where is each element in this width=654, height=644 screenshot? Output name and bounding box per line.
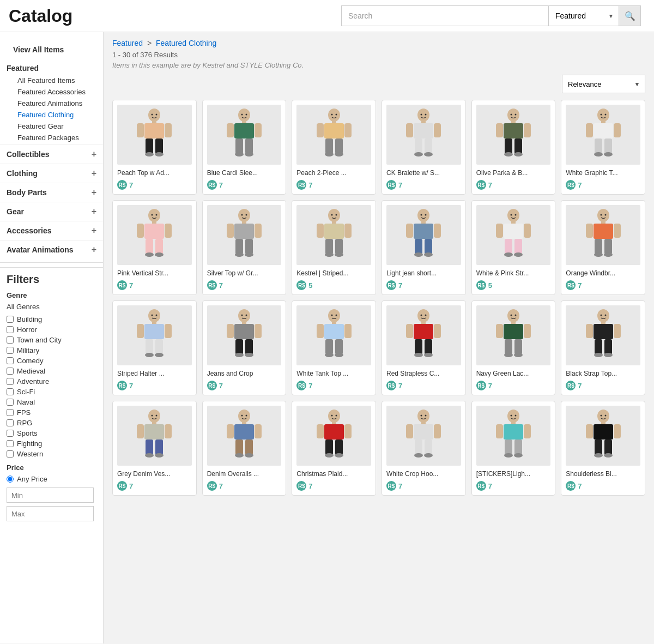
svg-point-11 — [238, 109, 250, 122]
search-button[interactable]: 🔍 — [619, 5, 641, 26]
price-max-input[interactable] — [7, 506, 94, 521]
item-card[interactable]: Blue Cardi Slee... R$ 7 — [202, 100, 287, 195]
genre-comedy: Comedy — [0, 356, 103, 366]
svg-point-21 — [245, 152, 253, 157]
svg-point-154 — [328, 309, 340, 322]
sidebar-category-clothing[interactable]: Clothing + — [0, 164, 103, 183]
item-card[interactable]: Black Strap Top... R$ 7 — [561, 300, 645, 395]
item-card[interactable]: White & Pink Str... R$ 5 — [471, 200, 556, 295]
genre-sports: Sports — [0, 428, 103, 438]
svg-rect-245 — [511, 422, 516, 424]
robux-icon: R$ — [386, 280, 396, 290]
sidebar-item-all-featured[interactable]: All Featured Items — [7, 75, 96, 86]
item-card[interactable]: Shoulderless Bl... R$ 7 — [561, 401, 645, 496]
item-name: Light jean short... — [386, 269, 461, 277]
item-image — [476, 305, 551, 365]
sidebar-item-featured-clothing[interactable]: Featured Clothing — [7, 109, 96, 121]
sidebar-category-collectibles[interactable]: Collectibles + — [0, 145, 103, 164]
svg-rect-18 — [235, 139, 243, 154]
breadcrumb-featured[interactable]: Featured — [112, 39, 143, 47]
item-card[interactable]: Christmas Plaid... R$ 7 — [292, 401, 376, 496]
svg-rect-52 — [514, 139, 522, 154]
genre-scifi-checkbox[interactable] — [7, 388, 14, 395]
item-card[interactable]: Navy Green Lac... R$ 7 — [471, 300, 556, 395]
svg-rect-205 — [146, 440, 153, 455]
genre-military-checkbox[interactable] — [7, 347, 14, 354]
svg-rect-137 — [137, 324, 144, 338]
item-card[interactable]: Peach 2-Piece ... R$ 7 — [292, 100, 376, 195]
item-name: Kestrel | Striped... — [296, 269, 371, 277]
svg-rect-159 — [317, 324, 324, 338]
item-card[interactable]: Kestrel | Striped... R$ 5 — [292, 200, 376, 295]
sidebar-category-avatar-animations[interactable]: Avatar Animations + — [0, 240, 103, 259]
genre-comedy-checkbox[interactable] — [7, 357, 14, 364]
item-card[interactable]: [STICKERS]Ligh... R$ 7 — [471, 401, 556, 496]
genre-rpg-checkbox[interactable] — [7, 419, 14, 426]
item-card[interactable]: White Crop Hoo... R$ 7 — [382, 401, 466, 496]
sidebar-category-body-parts[interactable]: Body Parts + — [0, 183, 103, 202]
robux-icon: R$ — [207, 481, 217, 491]
item-card[interactable]: Striped Halter ... R$ 7 — [112, 300, 197, 395]
sidebar-item-featured-accessories[interactable]: Featured Accessories — [7, 86, 96, 98]
item-name: White Crop Hoo... — [386, 470, 461, 478]
price-min-input[interactable] — [7, 487, 94, 503]
item-name: Peach Top w Ad... — [117, 169, 192, 177]
item-card[interactable]: Light jean short... R$ 7 — [382, 200, 466, 295]
genre-horror-checkbox[interactable] — [7, 326, 14, 333]
sort-select[interactable]: Featured Relevance Most Favorited — [548, 5, 619, 26]
item-name: [STICKERS]Ligh... — [476, 470, 551, 478]
item-card[interactable]: Silver Top w/ Gr... R$ 7 — [202, 200, 287, 295]
item-card[interactable]: Red Strapless C... R$ 7 — [382, 300, 466, 395]
item-card[interactable]: Olive Parka & B... R$ 7 — [471, 100, 556, 195]
price-title: Price — [7, 464, 96, 472]
robux-icon: R$ — [296, 180, 306, 190]
item-card[interactable]: Jeans and Crop R$ 7 — [202, 300, 287, 395]
item-card[interactable]: Grey Denim Ves... R$ 7 — [112, 401, 197, 496]
genre-western-checkbox[interactable] — [7, 450, 14, 458]
main-content: Featured > Featured Clothing 1 - 30 of 3… — [104, 32, 654, 643]
item-name: Red Strapless C... — [386, 370, 461, 377]
svg-rect-217 — [245, 440, 253, 455]
breadcrumb-current[interactable]: Featured Clothing — [156, 39, 216, 47]
item-card[interactable]: Denim Overalls ... R$ 7 — [202, 401, 287, 496]
item-card[interactable]: Pink Vertical Str... R$ 7 — [112, 200, 197, 295]
search-input[interactable] — [341, 5, 548, 26]
price-value: 7 — [219, 181, 223, 189]
svg-point-66 — [148, 209, 160, 222]
svg-point-131 — [604, 252, 613, 257]
sidebar-category-accessories[interactable]: Accessories + — [0, 221, 103, 240]
genre-fps-checkbox[interactable] — [7, 409, 14, 416]
genre-building-checkbox[interactable] — [7, 316, 14, 323]
relevance-select[interactable]: Relevance Price (Low to High) Price (Hig… — [562, 75, 645, 93]
svg-rect-69 — [152, 221, 156, 224]
item-card[interactable]: CK Bralette w/ S... R$ 7 — [382, 100, 466, 195]
genre-fighting-checkbox[interactable] — [7, 440, 14, 447]
svg-rect-84 — [235, 239, 243, 254]
item-name: Blue Cardi Slee... — [207, 169, 282, 177]
item-image — [476, 205, 551, 265]
item-card[interactable]: White Graphic T... R$ 7 — [561, 100, 645, 195]
sidebar-view-all[interactable]: View All Items — [7, 42, 96, 57]
genre-rpg: RPG — [0, 418, 103, 428]
svg-rect-172 — [415, 339, 422, 354]
genre-town-city-checkbox[interactable] — [7, 336, 14, 344]
svg-rect-36 — [421, 121, 426, 123]
svg-point-110 — [507, 209, 519, 222]
sidebar-item-featured-packages[interactable]: Featured Packages — [7, 132, 96, 143]
genre-adventure-checkbox[interactable] — [7, 378, 14, 385]
item-card[interactable]: Orange Windbr... R$ 7 — [561, 200, 645, 295]
item-card[interactable]: Peach Top w Ad... R$ 7 — [112, 100, 197, 195]
sidebar-item-featured-animations[interactable]: Featured Animations — [7, 98, 96, 109]
price-value: 7 — [398, 281, 402, 290]
price-any-radio[interactable] — [7, 476, 14, 483]
svg-rect-37 — [414, 123, 433, 139]
genre-medieval-checkbox[interactable] — [7, 368, 14, 375]
sidebar-item-featured-gear[interactable]: Featured Gear — [7, 121, 96, 132]
item-card[interactable]: White Tank Top ... R$ 7 — [292, 300, 376, 395]
genre-naval-checkbox[interactable] — [7, 399, 14, 406]
price-value: 7 — [578, 382, 582, 390]
genre-sports-checkbox[interactable] — [7, 430, 14, 437]
item-image — [207, 105, 282, 165]
sort-bar: Relevance Price (Low to High) Price (Hig… — [112, 75, 645, 93]
sidebar-category-gear[interactable]: Gear + — [0, 202, 103, 221]
